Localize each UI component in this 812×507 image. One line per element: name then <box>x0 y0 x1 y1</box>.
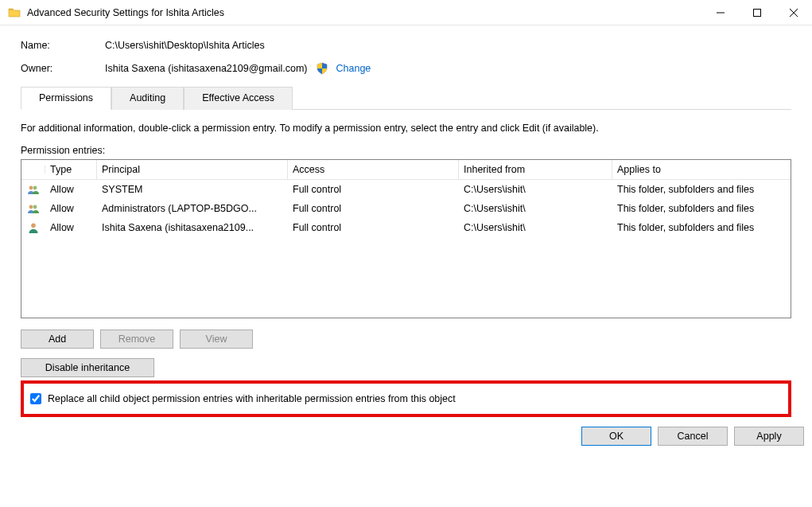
svg-point-8 <box>31 223 36 228</box>
table-row[interactable]: AllowSYSTEMFull controlC:\Users\ishit\Th… <box>21 180 791 199</box>
col-access[interactable]: Access <box>288 160 459 179</box>
window-title: Advanced Security Settings for Ishita Ar… <box>27 7 224 18</box>
dialog-buttons: OK Cancel Apply <box>0 417 812 446</box>
add-button[interactable]: Add <box>21 330 94 349</box>
principal-icon <box>21 201 45 216</box>
ok-button[interactable]: OK <box>581 427 651 446</box>
cell-applies: This folder, subfolders and files <box>612 182 787 197</box>
cell-access: Full control <box>288 182 459 197</box>
cell-type: Allow <box>45 220 97 235</box>
cell-principal: Administrators (LAPTOP-B5DGO... <box>97 201 288 216</box>
minimize-button[interactable] <box>702 0 739 25</box>
svg-point-4 <box>29 186 33 190</box>
change-owner-link[interactable]: Change <box>336 63 371 74</box>
table-row[interactable]: AllowAdministrators (LAPTOP-B5DGO...Full… <box>21 199 791 218</box>
tabstrip: Permissions Auditing Effective Access <box>21 86 791 110</box>
cell-type: Allow <box>45 201 97 216</box>
principal-icon <box>21 220 45 236</box>
svg-point-7 <box>33 205 37 209</box>
maximize-button[interactable] <box>739 0 775 25</box>
permission-entries-label: Permission entries: <box>21 145 791 156</box>
disable-inheritance-button[interactable]: Disable inheritance <box>21 358 154 377</box>
close-button[interactable] <box>775 0 812 25</box>
owner-value: Ishita Saxena (ishitasaxena2109@gmail.co… <box>105 63 308 74</box>
cell-principal: Ishita Saxena (ishitasaxena2109... <box>97 220 288 235</box>
cell-applies: This folder, subfolders and files <box>612 201 787 216</box>
folder-icon <box>8 6 21 19</box>
tab-permissions[interactable]: Permissions <box>21 87 111 110</box>
svg-rect-1 <box>754 9 761 16</box>
table-header: Type Principal Access Inherited from App… <box>21 160 791 180</box>
col-applies[interactable]: Applies to <box>612 160 787 179</box>
cell-access: Full control <box>288 201 459 216</box>
col-type[interactable]: Type <box>45 160 97 179</box>
principal-icon <box>21 181 45 197</box>
uac-shield-icon <box>316 62 328 75</box>
cell-access: Full control <box>288 220 459 235</box>
cell-applies: This folder, subfolders and files <box>612 220 787 235</box>
svg-point-5 <box>33 186 37 190</box>
apply-button[interactable]: Apply <box>734 427 804 446</box>
titlebar: Advanced Security Settings for Ishita Ar… <box>0 0 812 25</box>
cell-inherited: C:\Users\ishit\ <box>459 182 612 197</box>
owner-label: Owner: <box>21 63 105 74</box>
cell-principal: SYSTEM <box>97 182 288 197</box>
col-principal[interactable]: Principal <box>97 160 288 179</box>
cancel-button[interactable]: Cancel <box>658 427 728 446</box>
dialog-content: Name: C:\Users\ishit\Desktop\Ishita Arti… <box>0 25 812 417</box>
svg-point-6 <box>29 205 33 209</box>
remove-button: Remove <box>100 330 173 349</box>
name-label: Name: <box>21 40 105 51</box>
replace-permissions-highlight: Replace all child object permission entr… <box>21 380 791 417</box>
replace-permissions-checkbox[interactable] <box>30 393 41 404</box>
tab-effective-access[interactable]: Effective Access <box>184 87 293 110</box>
permissions-table[interactable]: Type Principal Access Inherited from App… <box>21 159 791 318</box>
view-button: View <box>180 330 253 349</box>
info-text: For additional information, double-click… <box>21 123 791 134</box>
replace-permissions-label[interactable]: Replace all child object permission entr… <box>48 393 456 404</box>
cell-inherited: C:\Users\ishit\ <box>459 201 612 216</box>
table-row[interactable]: AllowIshita Saxena (ishitasaxena2109...F… <box>21 218 791 237</box>
col-inherited[interactable]: Inherited from <box>459 160 612 179</box>
cell-type: Allow <box>45 182 97 197</box>
cell-inherited: C:\Users\ishit\ <box>459 220 612 235</box>
name-value: C:\Users\ishit\Desktop\Ishita Articles <box>105 40 265 51</box>
tab-auditing[interactable]: Auditing <box>111 87 184 110</box>
